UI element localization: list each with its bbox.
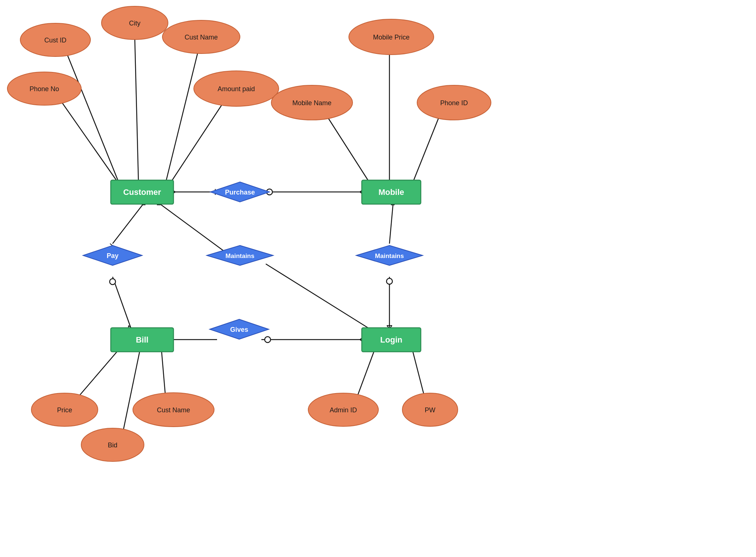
pay-label: Pay [107, 252, 118, 259]
maintains-left-label: Maintains [226, 252, 254, 259]
maintains-right-label: Maintains [375, 252, 404, 259]
svg-point-42 [386, 278, 392, 284]
gives-label: Gives [230, 326, 248, 333]
svg-point-49 [265, 337, 271, 343]
svg-point-31 [110, 279, 116, 285]
mobile-label: Mobile [378, 188, 404, 197]
mobile-price-label: Mobile Price [373, 34, 409, 41]
pw-label: PW [425, 406, 436, 414]
bid-label: Bid [108, 441, 117, 449]
mobile-name-label: Mobile Name [292, 99, 331, 107]
customer-label: Customer [123, 188, 161, 197]
er-diagram: Customer Mobile Bill Login Purchase Pay … [0, 0, 756, 557]
admin-id-label: Admin ID [330, 406, 357, 414]
login-label: Login [380, 335, 402, 344]
phone-no-label: Phone No [30, 85, 59, 93]
phone-id-label: Phone ID [440, 99, 468, 107]
price-label: Price [57, 406, 72, 414]
bill-label: Bill [136, 335, 148, 344]
cust-name-bill-label: Cust Name [157, 406, 190, 414]
cust-id-label: Cust ID [44, 37, 66, 44]
amount-paid-label: Amount paid [217, 85, 255, 93]
purchase-label: Purchase [225, 189, 255, 196]
city-label: City [129, 20, 141, 27]
cust-name-top-label: Cust Name [185, 34, 218, 41]
